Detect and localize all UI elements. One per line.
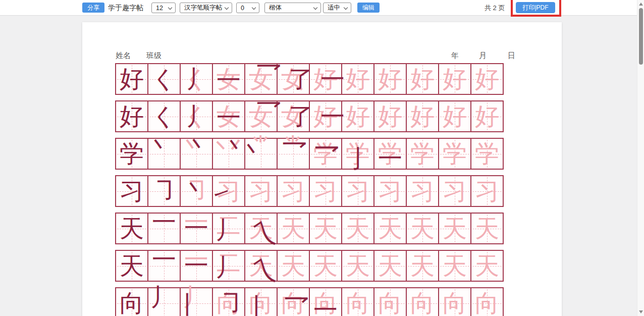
chars-per-row-value: 12 xyxy=(156,5,163,12)
grid-cell: 天 xyxy=(342,213,374,244)
grid-cell: 天 xyxy=(439,250,471,281)
grid-cell: 向 xyxy=(116,288,148,316)
grid-cell: 好 xyxy=(116,64,148,94)
model-stroke: 了 xyxy=(289,104,313,129)
trace-stroke: 天 xyxy=(281,217,305,241)
model-stroke: 丨 xyxy=(176,293,200,316)
grid-cell: 好 xyxy=(439,64,471,94)
trace-stroke: 天 xyxy=(475,254,499,278)
model-stroke: 一 xyxy=(184,216,208,240)
sheet-header: 姓名 班级 年 月 日 xyxy=(82,51,562,61)
class-label: 班级 xyxy=(146,51,162,61)
print-pdf-button[interactable]: 打印|PDF xyxy=(516,2,555,13)
grid-cell: 向一 xyxy=(309,288,342,316)
model-stroke: 好 xyxy=(120,104,144,129)
grid-cell: 女一 xyxy=(212,101,245,132)
grid-cell: 好 xyxy=(374,101,406,132)
chevron-down-icon xyxy=(313,6,317,10)
model-stroke: 一 xyxy=(313,298,338,316)
model-stroke: 一 xyxy=(378,146,402,171)
grid-cell: 学 xyxy=(439,138,471,169)
scrollbar[interactable] xyxy=(637,0,644,316)
trace-stroke: 天 xyxy=(378,217,402,241)
trace-stroke: 天 xyxy=(378,254,402,278)
model-stroke: 一 xyxy=(152,210,176,234)
trace-stroke: 好 xyxy=(410,67,435,91)
model-stroke: 一 xyxy=(184,253,208,278)
grid-cell: 天 xyxy=(374,213,406,244)
font-select[interactable]: 楷体 xyxy=(264,3,321,13)
size-select[interactable]: 适中 xyxy=(323,3,351,13)
grid-row: 习㇆㇆丶习㇀习习习习习习习习 xyxy=(115,175,504,207)
font-value: 楷体 xyxy=(269,4,282,12)
grid-row: 天一一一二丿天乀天天天天天天天 xyxy=(115,213,504,244)
trace-stroke: 习 xyxy=(346,179,370,203)
trace-stroke: 向 xyxy=(346,291,370,315)
grid-cell: 向 xyxy=(439,288,471,316)
scroll-down-icon[interactable] xyxy=(639,310,643,313)
grid-cell: 好 xyxy=(116,101,148,132)
grid-cell: 天 xyxy=(277,250,309,281)
grid-cell: 天 xyxy=(116,250,148,281)
grid-cell: く xyxy=(148,64,180,94)
chevron-down-icon xyxy=(252,6,256,10)
trace-stroke: 天 xyxy=(313,254,338,278)
scroll-up-icon[interactable] xyxy=(639,3,643,6)
trace-stroke: 好 xyxy=(346,104,370,129)
grid-cell: 丿丨 xyxy=(180,288,212,316)
grid-cell: 向 xyxy=(471,288,503,316)
model-stroke: 乛 xyxy=(257,62,281,86)
scroll-thumb[interactable] xyxy=(639,8,643,65)
toolbar: 分享 学于趣字帖 12 汉字笔顺字帖 0 楷体 适中 编辑 共 2 页 打印|P… xyxy=(0,0,637,16)
grid-cell: 学 xyxy=(116,138,148,169)
chevron-down-icon xyxy=(344,6,348,10)
grid-cell: 天 xyxy=(406,213,439,244)
trace-stroke: 好 xyxy=(443,104,467,129)
share-button[interactable]: 分享 xyxy=(82,3,104,13)
model-stroke: ㇆ xyxy=(220,291,244,315)
trace-stroke: 向 xyxy=(410,291,435,315)
trace-stroke: 习 xyxy=(410,179,435,203)
trace-stroke: 学 xyxy=(475,142,499,166)
model-stroke: 丿 xyxy=(215,218,239,242)
grid-row: 向丿丿丨向㇆向丨向乛向一向向向向向 xyxy=(115,287,504,316)
trace-stroke: 习 xyxy=(249,179,273,203)
grid-cell: く xyxy=(148,101,180,132)
trace-stroke: 习 xyxy=(378,179,402,203)
blank-count-value: 0 xyxy=(241,5,244,12)
grid-cell: ㇆ xyxy=(148,176,180,206)
edit-button[interactable]: 编辑 xyxy=(357,3,380,13)
day-label: 日 xyxy=(508,51,515,61)
month-label: 月 xyxy=(479,51,487,61)
trace-stroke: 习 xyxy=(281,179,305,203)
trace-stroke: 学 xyxy=(410,142,435,166)
trace-stroke: 好 xyxy=(346,67,370,91)
grid-row: 好くく丿女一女乛女了好一好好好好好 xyxy=(115,63,504,95)
model-stroke: 一 xyxy=(217,106,241,130)
size-value: 适中 xyxy=(328,4,340,12)
trace-stroke: 好 xyxy=(443,67,467,91)
model-stroke: 乛 xyxy=(285,295,309,316)
chars-per-row-select[interactable]: 12 xyxy=(151,3,176,13)
trace-stroke: 天 xyxy=(443,254,467,278)
trace-stroke: 好 xyxy=(410,104,435,129)
model-stroke: 乀 xyxy=(253,258,277,283)
model-stroke: 一 xyxy=(152,247,176,272)
grid-cell: 好 xyxy=(342,101,374,132)
grid-cell: 学 xyxy=(406,138,439,169)
model-stroke: 乛 xyxy=(257,99,281,124)
trace-stroke: 向 xyxy=(443,291,467,315)
trace-stroke: 天 xyxy=(281,254,305,278)
trace-stroke: 天 xyxy=(443,217,467,241)
blank-count-select[interactable]: 0 xyxy=(236,3,259,13)
grid-cell: 向 xyxy=(374,288,406,316)
grid-cell: 女了 xyxy=(277,101,309,132)
grid-row: 好くく丿女一女乛女了好一好好好好好 xyxy=(115,100,504,132)
model-stroke: 好 xyxy=(120,67,144,91)
sheet-type-select[interactable]: 汉字笔顺字帖 xyxy=(180,3,232,13)
trace-stroke: 天 xyxy=(346,217,370,241)
model-stroke: 丶 xyxy=(183,178,207,202)
grid-cell: 二丿 xyxy=(212,250,245,281)
model-stroke: 丨 xyxy=(245,295,269,316)
grid-cell: 习 xyxy=(374,176,406,206)
